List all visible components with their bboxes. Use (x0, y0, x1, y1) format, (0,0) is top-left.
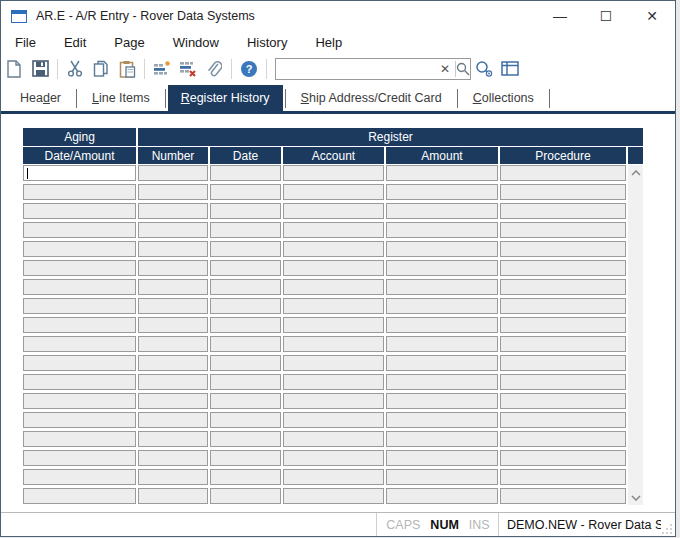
grid-cell[interactable] (210, 222, 281, 238)
grid-cell[interactable] (500, 374, 626, 390)
grid-cell[interactable] (23, 412, 136, 428)
grid-cell[interactable] (386, 279, 498, 295)
grid-cell[interactable] (210, 165, 281, 181)
grid-cell[interactable] (138, 184, 208, 200)
grid-cell[interactable] (283, 279, 384, 295)
grid-cell[interactable] (23, 222, 136, 238)
tab-register-history[interactable]: Register History (168, 85, 283, 111)
search-input[interactable] (276, 60, 435, 78)
grid-cell[interactable] (283, 184, 384, 200)
grid-cell[interactable] (23, 450, 136, 466)
grid-cell[interactable] (23, 488, 136, 504)
menu-item-help[interactable]: Help (301, 31, 356, 54)
grid-cell[interactable] (210, 355, 281, 371)
grid-cell[interactable] (386, 488, 498, 504)
grid-cell[interactable] (283, 431, 384, 447)
grid-cell[interactable] (386, 355, 498, 371)
grid-cell[interactable] (23, 203, 136, 219)
menu-item-window[interactable]: Window (159, 31, 233, 54)
layout-button[interactable] (497, 57, 523, 81)
grid-cell[interactable] (500, 488, 626, 504)
copy-button[interactable] (88, 57, 114, 81)
grid-cell[interactable] (500, 184, 626, 200)
grid-cell[interactable] (138, 469, 208, 485)
grid-cell[interactable] (500, 203, 626, 219)
grid-cell[interactable] (500, 393, 626, 409)
vertical-scrollbar[interactable] (628, 165, 643, 505)
insert-rows-button[interactable] (149, 57, 175, 81)
grid-cell[interactable] (23, 393, 136, 409)
grid-cell[interactable] (283, 412, 384, 428)
grid-cell[interactable] (283, 488, 384, 504)
grid-cell[interactable] (283, 298, 384, 314)
menu-item-history[interactable]: History (233, 31, 301, 54)
grid-cell[interactable] (23, 298, 136, 314)
grid-cell[interactable] (386, 317, 498, 333)
grid-cell[interactable] (210, 317, 281, 333)
grid-cell[interactable] (386, 336, 498, 352)
grid-cell[interactable] (210, 184, 281, 200)
grid-cell[interactable] (386, 165, 498, 181)
grid-cell[interactable] (210, 431, 281, 447)
grid-cell[interactable] (386, 393, 498, 409)
menu-item-file[interactable]: File (1, 31, 50, 54)
grid-cell[interactable] (386, 374, 498, 390)
grid-cell[interactable] (500, 450, 626, 466)
grid-cell[interactable] (283, 165, 384, 181)
grid-cell[interactable] (138, 374, 208, 390)
tab-collections[interactable]: Collections (460, 85, 547, 111)
minimize-button[interactable]: — (537, 1, 583, 31)
active-cell-input[interactable] (23, 165, 136, 181)
grid-cell[interactable] (210, 469, 281, 485)
grid-cell[interactable] (210, 450, 281, 466)
grid-cell[interactable] (283, 222, 384, 238)
grid-cell[interactable] (283, 336, 384, 352)
grid-cell[interactable] (500, 336, 626, 352)
grid-cell[interactable] (386, 184, 498, 200)
search-box[interactable]: ✕ (275, 58, 471, 80)
grid-cell[interactable] (283, 241, 384, 257)
menu-item-edit[interactable]: Edit (50, 31, 100, 54)
tab-header[interactable]: Header (7, 85, 74, 111)
grid-cell[interactable] (138, 355, 208, 371)
delete-rows-button[interactable] (175, 57, 201, 81)
cut-button[interactable] (62, 57, 88, 81)
grid-cell[interactable] (500, 222, 626, 238)
grid-cell[interactable] (23, 241, 136, 257)
save-button[interactable] (27, 57, 53, 81)
grid-cell[interactable] (138, 241, 208, 257)
grid-cell[interactable] (210, 241, 281, 257)
grid-cell[interactable] (283, 374, 384, 390)
search-icon[interactable] (456, 57, 470, 81)
close-button[interactable]: ✕ (629, 1, 675, 31)
grid-cell[interactable] (500, 469, 626, 485)
grid-cell[interactable] (386, 260, 498, 276)
grid-cell[interactable] (138, 393, 208, 409)
scroll-up-icon[interactable] (628, 165, 643, 180)
grid-cell[interactable] (386, 222, 498, 238)
grid-cell[interactable] (210, 336, 281, 352)
grid-cell[interactable] (500, 298, 626, 314)
maximize-button[interactable]: ☐ (583, 1, 629, 31)
grid-cell[interactable] (210, 298, 281, 314)
grid-cell[interactable] (138, 431, 208, 447)
grid-cell[interactable] (386, 469, 498, 485)
grid-cell[interactable] (283, 469, 384, 485)
grid-cell[interactable] (138, 203, 208, 219)
attachment-button[interactable] (201, 57, 227, 81)
grid-cell[interactable] (386, 450, 498, 466)
grid-cell[interactable] (138, 260, 208, 276)
help-button[interactable]: ? (236, 57, 262, 81)
grid-cell[interactable] (500, 241, 626, 257)
grid-cell[interactable] (500, 260, 626, 276)
grid-cell[interactable] (283, 260, 384, 276)
grid-cell[interactable] (210, 374, 281, 390)
lookup-button[interactable] (471, 57, 497, 81)
scroll-down-icon[interactable] (628, 490, 643, 505)
grid-cell[interactable] (138, 450, 208, 466)
grid-cell[interactable] (500, 165, 626, 181)
tab-ship-address-credit-card[interactable]: Ship Address/Credit Card (288, 85, 455, 111)
grid-cell[interactable] (283, 450, 384, 466)
grid-cell[interactable] (23, 317, 136, 333)
grid-cell[interactable] (23, 279, 136, 295)
